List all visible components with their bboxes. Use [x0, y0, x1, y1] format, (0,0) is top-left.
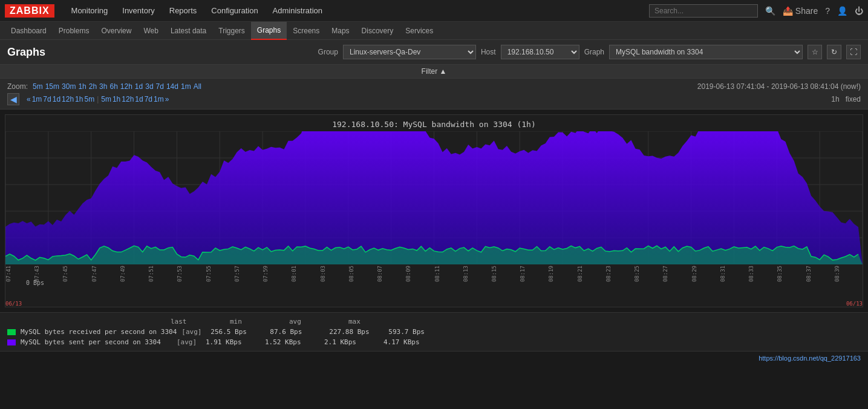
- sub-navigation: Dashboard Problems Overview Web Latest d…: [0, 22, 868, 40]
- x-axis: 07:4107:4307:4507:4707:4907:5107:5307:55…: [5, 264, 863, 307]
- subnav-problems[interactable]: Problems: [53, 22, 96, 40]
- period-1m-fwd[interactable]: 1m: [154, 95, 164, 103]
- canvas-container[interactable]: 07:4107:4307:4507:4707:4907:5107:5307:55…: [5, 131, 863, 307]
- legend-avg-header: avg: [289, 318, 344, 326]
- filter-toggle: Filter ▲: [422, 67, 447, 76]
- nav-search-area: 🔍 📤 Share ? 👤 ⏻: [649, 4, 863, 18]
- share-icon[interactable]: 📤 Share: [783, 6, 818, 16]
- nav-reports[interactable]: Reports: [162, 0, 204, 22]
- period-12h-fwd[interactable]: 12h: [122, 95, 134, 103]
- graph-select[interactable]: MySQL bandwidth on 3304: [609, 45, 803, 59]
- period-1m-back[interactable]: 1m: [32, 95, 42, 103]
- subnav-services[interactable]: Services: [399, 22, 439, 40]
- subnav-dashboard[interactable]: Dashboard: [5, 22, 53, 40]
- zoom-5m[interactable]: 5m: [33, 82, 43, 91]
- legend-last-1: 1.91 KBps: [206, 338, 260, 346]
- legend-min-1: 1.52 KBps: [265, 338, 319, 346]
- host-select[interactable]: 192.168.10.50: [501, 45, 579, 59]
- legend-max-0: 593.7 Bps: [388, 328, 443, 336]
- group-label: Group: [318, 48, 338, 56]
- zoom-14d[interactable]: 14d: [166, 82, 178, 91]
- graph-chart-title: 192.168.10.50: MySQL bandwidth on 3304 (…: [5, 115, 863, 131]
- subnav-overview[interactable]: Overview: [95, 22, 137, 40]
- legend-max-header: max: [348, 318, 403, 326]
- nav-administration[interactable]: Administration: [266, 0, 330, 22]
- period-5m-fwd[interactable]: 5m: [101, 95, 111, 103]
- legend: last min avg max MySQL bytes received pe…: [0, 312, 868, 351]
- power-icon[interactable]: ⏻: [855, 6, 863, 16]
- period-7d-back[interactable]: 7d: [43, 95, 51, 103]
- period-5m-back[interactable]: 5m: [84, 95, 94, 103]
- zoom-1m[interactable]: 1m: [181, 82, 191, 91]
- favorite-button[interactable]: ☆: [808, 45, 822, 59]
- subnav-web[interactable]: Web: [137, 22, 164, 40]
- subnav-screens[interactable]: Screens: [287, 22, 325, 40]
- user-icon[interactable]: 👤: [837, 6, 847, 16]
- graph-canvas[interactable]: [5, 131, 863, 264]
- period-nav-back-back[interactable]: «: [27, 95, 31, 103]
- period-separator: |: [97, 95, 99, 103]
- zoom-7d[interactable]: 7d: [156, 82, 164, 91]
- fullscreen-button[interactable]: ⛶: [846, 45, 861, 59]
- legend-header: last min avg max: [7, 318, 861, 326]
- filter-bar[interactable]: Filter ▲: [0, 65, 868, 79]
- zoom-3h[interactable]: 3h: [99, 82, 107, 91]
- legend-tag-1: [avg]: [177, 338, 201, 346]
- filter-controls: Group Linux-servers-Qa-Dev Host 192.168.…: [318, 45, 861, 59]
- time-display: 1h fixed: [831, 95, 861, 103]
- legend-tag-0: [avg]: [181, 328, 206, 336]
- legend-color-0: [7, 329, 16, 335]
- zoom-all[interactable]: All: [194, 82, 201, 91]
- nav-period-row: ◀ « 1m 7d 1d 12h 1h 5m | 5m 1h 12h 1d 7d…: [7, 93, 861, 105]
- nav-left-arrow[interactable]: ◀: [7, 93, 19, 105]
- page-header: Graphs Group Linux-servers-Qa-Dev Host 1…: [0, 40, 868, 65]
- nav-configuration[interactable]: Configuration: [204, 0, 265, 22]
- subnav-triggers[interactable]: Triggers: [212, 22, 251, 40]
- legend-name-0: MySQL bytes received per second on 3304: [21, 328, 177, 336]
- period-1h-fwd[interactable]: 1h: [113, 95, 120, 103]
- search-input[interactable]: [649, 4, 758, 18]
- help-icon[interactable]: ?: [825, 6, 830, 16]
- page-title: Graphs: [7, 46, 318, 59]
- period-1h-back[interactable]: 1h: [75, 95, 83, 103]
- legend-name-1: MySQL bytes sent per second on 3304: [21, 338, 172, 346]
- period-12h-back[interactable]: 12h: [62, 95, 74, 103]
- zoom-12h[interactable]: 12h: [120, 82, 132, 91]
- subnav-discovery[interactable]: Discovery: [356, 22, 400, 40]
- period-7d-fwd[interactable]: 7d: [145, 95, 152, 103]
- subnav-maps[interactable]: Maps: [325, 22, 355, 40]
- period-buttons: « 1m 7d 1d 12h 1h 5m | 5m 1h 12h 1d 7d 1…: [27, 95, 169, 103]
- zoom-15m[interactable]: 15m: [45, 82, 59, 91]
- legend-avg-0: 227.88 Bps: [329, 328, 383, 336]
- nav-inventory[interactable]: Inventory: [115, 0, 162, 22]
- zoom-30m[interactable]: 30m: [62, 82, 76, 91]
- legend-last-header: last: [171, 318, 225, 326]
- graph-content: 5 KBps 4 KBps 3 KBps 2 KBps 1 KBps 0 Bps…: [5, 131, 863, 307]
- period-nav-fwd-fwd[interactable]: »: [165, 95, 169, 103]
- zoom-row: Zoom: 5m 15m 30m 1h 2h 3h 6h 12h 1d 3d 7…: [7, 82, 861, 91]
- group-select[interactable]: Linux-servers-Qa-Dev: [343, 45, 476, 59]
- period-1d-back[interactable]: 1d: [53, 95, 60, 103]
- footer-link[interactable]: https://blog.csdn.net/qq_22917163: [759, 355, 861, 362]
- search-icon[interactable]: 🔍: [765, 6, 775, 16]
- legend-min-header: min: [230, 318, 284, 326]
- graph-label: Graph: [584, 48, 604, 56]
- subnav-latest-data[interactable]: Latest data: [165, 22, 212, 40]
- graph-area: 192.168.10.50: MySQL bandwidth on 3304 (…: [5, 114, 863, 307]
- legend-max-1: 4.17 KBps: [383, 338, 438, 346]
- logo[interactable]: ZABBIX: [5, 4, 54, 18]
- zoom-1h[interactable]: 1h: [78, 82, 86, 91]
- legend-row-0: MySQL bytes received per second on 3304 …: [7, 328, 861, 336]
- legend-min-0: 87.6 Bps: [270, 328, 324, 336]
- zoom-6h[interactable]: 6h: [109, 82, 117, 91]
- zoom-3d[interactable]: 3d: [145, 82, 153, 91]
- zoom-label: Zoom:: [7, 82, 28, 91]
- legend-row-1: MySQL bytes sent per second on 3304 [avg…: [7, 338, 861, 346]
- zoom-1d[interactable]: 1d: [135, 82, 143, 91]
- refresh-button[interactable]: ↻: [827, 45, 841, 59]
- subnav-graphs[interactable]: Graphs: [251, 22, 287, 40]
- legend-color-1: [7, 339, 16, 345]
- period-1d-fwd[interactable]: 1d: [135, 95, 143, 103]
- nav-monitoring[interactable]: Monitoring: [64, 0, 116, 22]
- zoom-2h[interactable]: 2h: [89, 82, 97, 91]
